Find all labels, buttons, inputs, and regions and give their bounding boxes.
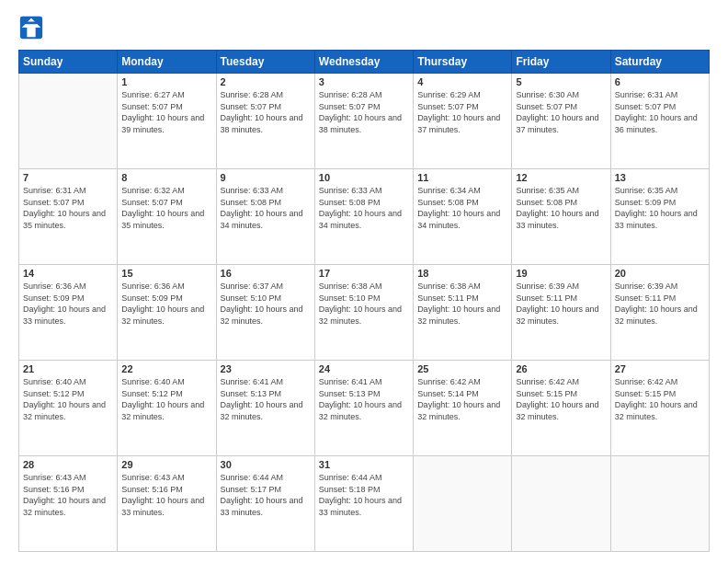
day-number: 19 xyxy=(516,268,606,279)
day-number: 16 xyxy=(221,268,311,279)
day-number: 24 xyxy=(319,363,409,374)
day-info: Sunrise: 6:42 AMSunset: 5:15 PMDaylight:… xyxy=(516,376,606,422)
day-number: 31 xyxy=(319,459,409,470)
day-info: Sunrise: 6:44 AMSunset: 5:18 PMDaylight:… xyxy=(319,472,409,518)
calendar-cell: 26Sunrise: 6:42 AMSunset: 5:15 PMDayligh… xyxy=(512,361,610,456)
calendar-cell: 25Sunrise: 6:42 AMSunset: 5:14 PMDayligh… xyxy=(414,361,512,456)
calendar-cell: 20Sunrise: 6:39 AMSunset: 5:11 PMDayligh… xyxy=(610,265,709,361)
day-number: 2 xyxy=(221,76,311,87)
day-info: Sunrise: 6:31 AMSunset: 5:07 PMDaylight:… xyxy=(615,89,705,135)
week-row-3: 21Sunrise: 6:40 AMSunset: 5:12 PMDayligh… xyxy=(19,361,710,456)
day-info: Sunrise: 6:43 AMSunset: 5:16 PMDaylight:… xyxy=(23,472,113,518)
calendar-cell: 22Sunrise: 6:40 AMSunset: 5:12 PMDayligh… xyxy=(118,361,216,456)
day-info: Sunrise: 6:35 AMSunset: 5:08 PMDaylight:… xyxy=(516,185,606,231)
header xyxy=(18,15,710,40)
day-info: Sunrise: 6:43 AMSunset: 5:16 PMDaylight:… xyxy=(121,472,211,518)
calendar-cell: 21Sunrise: 6:40 AMSunset: 5:12 PMDayligh… xyxy=(19,361,118,456)
day-number: 15 xyxy=(121,268,211,279)
day-number: 28 xyxy=(23,459,113,470)
day-number: 13 xyxy=(615,172,705,183)
calendar-cell: 1Sunrise: 6:27 AMSunset: 5:07 PMDaylight… xyxy=(118,74,216,169)
calendar-header-sunday: Sunday xyxy=(19,51,118,74)
day-info: Sunrise: 6:36 AMSunset: 5:09 PMDaylight:… xyxy=(121,281,211,327)
day-number: 17 xyxy=(319,268,409,279)
calendar-cell: 10Sunrise: 6:33 AMSunset: 5:08 PMDayligh… xyxy=(314,169,413,265)
day-info: Sunrise: 6:28 AMSunset: 5:07 PMDaylight:… xyxy=(221,89,311,135)
calendar-cell: 30Sunrise: 6:44 AMSunset: 5:17 PMDayligh… xyxy=(216,456,314,552)
day-info: Sunrise: 6:32 AMSunset: 5:07 PMDaylight:… xyxy=(121,185,211,231)
calendar-cell: 14Sunrise: 6:36 AMSunset: 5:09 PMDayligh… xyxy=(19,265,118,361)
calendar-cell: 27Sunrise: 6:42 AMSunset: 5:15 PMDayligh… xyxy=(610,361,709,456)
calendar-cell: 12Sunrise: 6:35 AMSunset: 5:08 PMDayligh… xyxy=(512,169,610,265)
day-number: 14 xyxy=(23,268,113,279)
day-info: Sunrise: 6:34 AMSunset: 5:08 PMDaylight:… xyxy=(417,185,507,231)
day-info: Sunrise: 6:36 AMSunset: 5:09 PMDaylight:… xyxy=(23,281,113,327)
calendar-cell: 31Sunrise: 6:44 AMSunset: 5:18 PMDayligh… xyxy=(314,456,413,552)
day-info: Sunrise: 6:39 AMSunset: 5:11 PMDaylight:… xyxy=(615,281,705,327)
day-number: 23 xyxy=(221,363,311,374)
day-info: Sunrise: 6:44 AMSunset: 5:17 PMDaylight:… xyxy=(221,472,311,518)
calendar-header-tuesday: Tuesday xyxy=(216,51,314,74)
calendar-cell: 15Sunrise: 6:36 AMSunset: 5:09 PMDayligh… xyxy=(118,265,216,361)
calendar-cell: 3Sunrise: 6:28 AMSunset: 5:07 PMDaylight… xyxy=(314,74,413,169)
day-number: 27 xyxy=(615,363,705,374)
day-info: Sunrise: 6:39 AMSunset: 5:11 PMDaylight:… xyxy=(516,281,606,327)
day-number: 4 xyxy=(417,76,507,87)
day-info: Sunrise: 6:38 AMSunset: 5:11 PMDaylight:… xyxy=(417,281,507,327)
calendar-cell: 24Sunrise: 6:41 AMSunset: 5:13 PMDayligh… xyxy=(314,361,413,456)
day-info: Sunrise: 6:35 AMSunset: 5:09 PMDaylight:… xyxy=(615,185,705,231)
calendar-cell xyxy=(610,456,709,552)
day-info: Sunrise: 6:29 AMSunset: 5:07 PMDaylight:… xyxy=(417,89,507,135)
calendar-header-saturday: Saturday xyxy=(610,51,709,74)
logo xyxy=(18,15,48,40)
day-number: 1 xyxy=(121,76,211,87)
calendar-cell xyxy=(19,74,118,169)
calendar-cell: 7Sunrise: 6:31 AMSunset: 5:07 PMDaylight… xyxy=(19,169,118,265)
day-info: Sunrise: 6:30 AMSunset: 5:07 PMDaylight:… xyxy=(516,89,606,135)
day-number: 3 xyxy=(319,76,409,87)
week-row-2: 14Sunrise: 6:36 AMSunset: 5:09 PMDayligh… xyxy=(19,265,710,361)
calendar-cell: 9Sunrise: 6:33 AMSunset: 5:08 PMDaylight… xyxy=(216,169,314,265)
day-number: 11 xyxy=(417,172,507,183)
day-info: Sunrise: 6:40 AMSunset: 5:12 PMDaylight:… xyxy=(121,376,211,422)
day-info: Sunrise: 6:38 AMSunset: 5:10 PMDaylight:… xyxy=(319,281,409,327)
week-row-4: 28Sunrise: 6:43 AMSunset: 5:16 PMDayligh… xyxy=(19,456,710,552)
day-number: 21 xyxy=(23,363,113,374)
week-row-0: 1Sunrise: 6:27 AMSunset: 5:07 PMDaylight… xyxy=(19,74,710,169)
day-info: Sunrise: 6:27 AMSunset: 5:07 PMDaylight:… xyxy=(121,89,211,135)
day-number: 7 xyxy=(23,172,113,183)
calendar-header-wednesday: Wednesday xyxy=(314,51,413,74)
day-number: 25 xyxy=(417,363,507,374)
calendar-cell: 6Sunrise: 6:31 AMSunset: 5:07 PMDaylight… xyxy=(610,74,709,169)
day-info: Sunrise: 6:41 AMSunset: 5:13 PMDaylight:… xyxy=(319,376,409,422)
day-number: 26 xyxy=(516,363,606,374)
day-info: Sunrise: 6:40 AMSunset: 5:12 PMDaylight:… xyxy=(23,376,113,422)
calendar-cell: 17Sunrise: 6:38 AMSunset: 5:10 PMDayligh… xyxy=(314,265,413,361)
day-info: Sunrise: 6:42 AMSunset: 5:15 PMDaylight:… xyxy=(615,376,705,422)
day-number: 9 xyxy=(221,172,311,183)
calendar-cell: 23Sunrise: 6:41 AMSunset: 5:13 PMDayligh… xyxy=(216,361,314,456)
calendar-cell: 11Sunrise: 6:34 AMSunset: 5:08 PMDayligh… xyxy=(414,169,512,265)
day-info: Sunrise: 6:28 AMSunset: 5:07 PMDaylight:… xyxy=(319,89,409,135)
calendar-table: SundayMondayTuesdayWednesdayThursdayFrid… xyxy=(18,50,710,552)
calendar-cell xyxy=(414,456,512,552)
calendar-header-thursday: Thursday xyxy=(414,51,512,74)
calendar-header-monday: Monday xyxy=(118,51,216,74)
week-row-1: 7Sunrise: 6:31 AMSunset: 5:07 PMDaylight… xyxy=(19,169,710,265)
calendar-cell: 29Sunrise: 6:43 AMSunset: 5:16 PMDayligh… xyxy=(118,456,216,552)
calendar-cell: 13Sunrise: 6:35 AMSunset: 5:09 PMDayligh… xyxy=(610,169,709,265)
day-number: 8 xyxy=(121,172,211,183)
calendar-cell: 8Sunrise: 6:32 AMSunset: 5:07 PMDaylight… xyxy=(118,169,216,265)
calendar-cell: 4Sunrise: 6:29 AMSunset: 5:07 PMDaylight… xyxy=(414,74,512,169)
day-number: 29 xyxy=(121,459,211,470)
calendar-cell: 5Sunrise: 6:30 AMSunset: 5:07 PMDaylight… xyxy=(512,74,610,169)
calendar-cell: 2Sunrise: 6:28 AMSunset: 5:07 PMDaylight… xyxy=(216,74,314,169)
calendar-header-friday: Friday xyxy=(512,51,610,74)
day-number: 30 xyxy=(221,459,311,470)
calendar-cell: 18Sunrise: 6:38 AMSunset: 5:11 PMDayligh… xyxy=(414,265,512,361)
day-number: 18 xyxy=(417,268,507,279)
calendar-cell: 28Sunrise: 6:43 AMSunset: 5:16 PMDayligh… xyxy=(19,456,118,552)
calendar-header-row: SundayMondayTuesdayWednesdayThursdayFrid… xyxy=(19,51,710,74)
logo-icon xyxy=(18,15,44,40)
calendar-cell xyxy=(512,456,610,552)
